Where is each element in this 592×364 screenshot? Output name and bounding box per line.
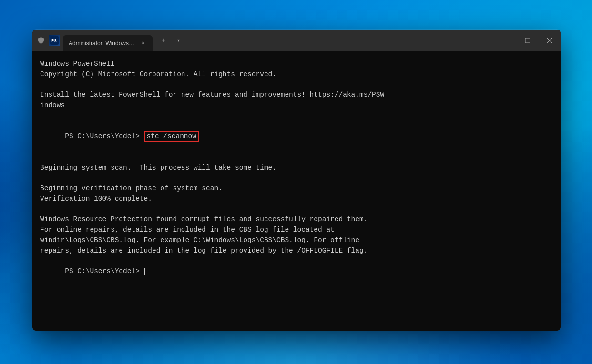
active-tab[interactable]: Administrator: Windows Powe ✕ <box>63 35 153 51</box>
line-15: For online repairs, details are included… <box>40 225 553 235</box>
dropdown-button[interactable]: ▾ <box>173 35 184 46</box>
line-16: windir\Logs\CBS\CBS.log. For example C:\… <box>40 235 553 246</box>
titlebar-left: PS Administrator: Windows Powe ✕ <box>32 30 153 51</box>
line-3 <box>40 80 553 91</box>
line-10 <box>40 173 553 183</box>
line-8 <box>40 152 553 163</box>
shield-icon <box>36 36 46 45</box>
line-6 <box>40 111 553 121</box>
new-tab-button[interactable]: + <box>156 33 171 48</box>
final-prompt: PS C:\Users\Yodel> <box>65 267 143 275</box>
line-11: Beginning verification phase of system s… <box>40 183 553 194</box>
tab-title: Administrator: Windows Powe <box>69 40 135 47</box>
line-9: Beginning system scan. This process will… <box>40 163 553 173</box>
line-17: repairs, details are included in the log… <box>40 246 553 256</box>
close-button[interactable] <box>539 30 561 51</box>
command-prompt: PS C:\Users\Yodel> <box>65 132 143 140</box>
line-2: Copyright (C) Microsoft Corporation. All… <box>40 70 553 80</box>
line-4: Install the latest PowerShell for new fe… <box>40 90 553 101</box>
titlebar: PS Administrator: Windows Powe ✕ + ▾ <box>32 30 561 51</box>
minimize-button[interactable] <box>495 30 517 51</box>
terminal-output[interactable]: Windows PowerShell Copyright (C) Microso… <box>32 51 561 331</box>
line-14: Windows Resource Protection found corrup… <box>40 214 553 225</box>
powershell-window: PS Administrator: Windows Powe ✕ + ▾ <box>32 30 561 331</box>
line-5: indows <box>40 101 553 111</box>
cursor <box>144 268 145 275</box>
titlebar-actions: + ▾ <box>153 33 188 48</box>
tab-close-button[interactable]: ✕ <box>139 40 147 47</box>
powershell-icon: PS <box>49 35 60 46</box>
line-18-prompt: PS C:\Users\Yodel> <box>40 256 553 287</box>
line-13 <box>40 204 553 215</box>
sfc-command-highlighted: sfc /scannow <box>144 131 199 142</box>
maximize-button[interactable] <box>517 30 539 51</box>
svg-text:PS: PS <box>51 39 57 43</box>
line-1: Windows PowerShell <box>40 59 553 70</box>
svg-rect-2 <box>503 40 508 40</box>
line-7-command: PS C:\Users\Yodel> sfc /scannow <box>40 121 553 152</box>
window-controls <box>495 30 561 51</box>
line-12: Verification 100% complete. <box>40 194 553 204</box>
svg-rect-3 <box>525 38 530 43</box>
